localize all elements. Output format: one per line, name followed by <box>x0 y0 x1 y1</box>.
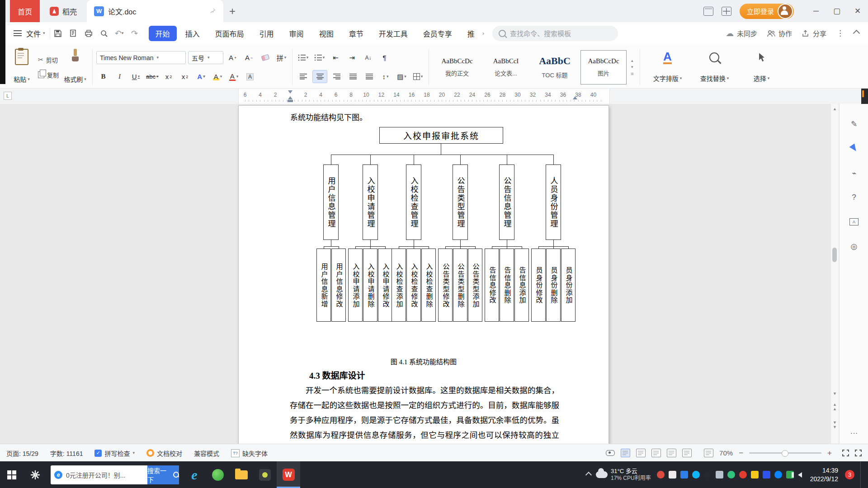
share-button[interactable]: 分享 <box>802 28 826 38</box>
font-size-select[interactable]: 五号▾ <box>188 51 223 64</box>
tray-icon-6[interactable] <box>716 471 723 479</box>
collapsed-panel-tab[interactable] <box>861 89 868 104</box>
underline-button[interactable]: U▾ <box>129 70 143 83</box>
increase-font-button[interactable]: A+ <box>226 52 240 64</box>
styles-scroll-up-icon[interactable]: ▴ <box>631 58 633 63</box>
hanging-indent-marker[interactable] <box>288 96 292 99</box>
taskbar-app-explorer[interactable] <box>230 461 253 488</box>
tab-overflow-chevron-icon[interactable]: › <box>482 30 484 37</box>
weather-widget[interactable]: 31°C 多云 17% CPU利用率 <box>596 468 651 482</box>
sort-button[interactable]: A↓ <box>361 52 375 64</box>
menu-tab-7[interactable]: 开发工具 <box>372 26 415 41</box>
menu-tab-6[interactable]: 章节 <box>342 26 370 41</box>
tray-icon-5[interactable] <box>704 471 712 479</box>
align-right-button[interactable] <box>330 70 344 83</box>
eye-protect-icon[interactable] <box>606 450 615 456</box>
tray-icon-11[interactable] <box>774 471 782 479</box>
next-page-icon[interactable]: ▼▼ <box>831 420 839 429</box>
tray-icon-7[interactable] <box>727 471 735 479</box>
numbered-list-button[interactable]: ▾ <box>312 52 326 64</box>
first-line-indent-marker[interactable] <box>288 90 292 94</box>
fullscreen-icon[interactable] <box>842 450 849 456</box>
strikethrough-button[interactable]: abc▾ <box>145 70 160 83</box>
new-tab-button[interactable]: + <box>223 0 241 22</box>
document-tab[interactable]: W 论文.doc <box>87 0 223 22</box>
cut-button[interactable]: ✂ 剪切 <box>38 56 59 64</box>
menu-tab-2[interactable]: 页面布局 <box>208 26 251 41</box>
menu-tab-8[interactable]: 会员专享 <box>416 26 459 41</box>
undo-button[interactable]: ↶▾ <box>113 27 126 40</box>
maximize-button[interactable]: ▢ <box>826 0 847 22</box>
print-button[interactable] <box>82 27 95 40</box>
clear-format-button[interactable] <box>258 52 272 64</box>
workspace-layout-icon[interactable] <box>703 7 713 16</box>
menu-tab-1[interactable]: 插入 <box>179 26 207 41</box>
decrease-font-button[interactable]: A− <box>242 52 256 64</box>
redo-button[interactable]: ↷ <box>128 27 142 40</box>
find-replace-button[interactable]: 查找替换▾ <box>691 47 738 87</box>
show-desktop-button[interactable] <box>860 461 863 488</box>
tray-icon-1[interactable] <box>657 471 665 479</box>
ink-view-icon[interactable] <box>682 449 692 457</box>
proofread-button[interactable]: 文档校对 <box>146 449 182 458</box>
font-name-select[interactable]: Times New Roman▾ <box>96 51 186 64</box>
ocr-image-icon[interactable]: A <box>846 214 862 230</box>
map-pin-icon[interactable]: ◎ <box>846 238 862 254</box>
zoom-percent[interactable]: 70% <box>719 449 733 457</box>
text-effects-button[interactable]: A▾ <box>194 70 208 83</box>
collapse-ribbon-icon[interactable] <box>853 30 860 37</box>
volume-icon[interactable] <box>798 472 802 478</box>
italic-button[interactable]: I <box>113 70 127 83</box>
bold-button[interactable]: B <box>96 70 110 83</box>
tray-icon-8[interactable] <box>739 471 747 479</box>
menu-tab-5[interactable]: 视图 <box>312 26 340 41</box>
docer-tab-button[interactable]: 稻壳 <box>40 0 87 22</box>
sync-status[interactable]: ☁ 未同步 <box>726 28 757 38</box>
font-color-button[interactable]: A▾ <box>227 70 241 83</box>
web-view-icon[interactable] <box>667 449 676 457</box>
distribute-button[interactable] <box>362 70 376 83</box>
word-count[interactable]: 字数: 11161 <box>50 449 83 458</box>
bullet-list-button[interactable]: ▾ <box>296 52 310 64</box>
zoom-in-button[interactable]: + <box>827 449 832 458</box>
copy-button[interactable]: 复制 <box>38 70 59 79</box>
hidden-icons-chevron[interactable] <box>585 471 592 478</box>
pin-icon[interactable] <box>210 8 216 14</box>
subscript-button[interactable]: x2 <box>178 70 192 83</box>
align-left-button[interactable] <box>296 70 310 83</box>
tab-grid-icon[interactable] <box>722 7 731 16</box>
read-view-icon[interactable] <box>651 449 661 457</box>
menu-tab-4[interactable]: 审阅 <box>283 26 311 41</box>
extract-tool-icon[interactable]: ⌁ <box>846 165 862 181</box>
more-menu-icon[interactable]: ⋮ <box>836 28 844 38</box>
login-button[interactable]: 立即登录 <box>740 4 794 19</box>
decrease-indent-button[interactable]: ⇤ <box>329 52 343 64</box>
save-button[interactable] <box>51 27 65 40</box>
select-button[interactable]: 选择▾ <box>738 47 785 87</box>
scroll-down-icon[interactable]: ▼ <box>831 391 839 396</box>
menu-tab-0[interactable]: 开始 <box>149 26 177 41</box>
help-icon[interactable]: ? <box>846 189 862 206</box>
vertical-scrollbar[interactable]: ▲ ▼ ▲▲ ▼▼ <box>830 104 839 444</box>
document-page[interactable]: 系统功能结构见下图。 入校申报审批系统 用户信息管理用户信息新增用户信息修改入校… <box>238 105 609 444</box>
align-center-button[interactable] <box>312 70 327 83</box>
scrollbar-thumb[interactable] <box>832 248 837 262</box>
taskbar-app-browser[interactable] <box>206 461 230 488</box>
minimize-button[interactable]: ─ <box>806 0 826 22</box>
taskbar-app-ie[interactable]: e <box>183 461 206 488</box>
notification-badge[interactable]: 3 <box>845 470 854 479</box>
paste-button[interactable]: 粘贴▾ <box>8 47 35 87</box>
left-indent-marker[interactable] <box>288 100 293 102</box>
style-card-3[interactable]: AaBbC TOC 标题 <box>532 50 578 84</box>
tray-icon-10[interactable] <box>763 471 770 479</box>
previous-page-icon[interactable]: ▲▲ <box>831 402 839 411</box>
paragraph-mark-button[interactable]: ¶ <box>377 52 392 64</box>
tray-icon-9[interactable] <box>751 471 759 479</box>
taskbar-app-wps[interactable]: W <box>277 461 300 488</box>
file-menu-button[interactable]: 文件▾ <box>26 28 50 39</box>
more-tools-icon[interactable]: ··· <box>846 425 862 441</box>
missing-font-button[interactable]: T? 缺失字体 <box>231 449 268 458</box>
style-card-4[interactable]: AaBbCcDc 图片 <box>580 50 627 84</box>
taskbar-search-box[interactable]: e 0元注册开公司！别... 搜索一下 <box>51 465 179 484</box>
zoom-out-button[interactable]: − <box>739 449 743 458</box>
